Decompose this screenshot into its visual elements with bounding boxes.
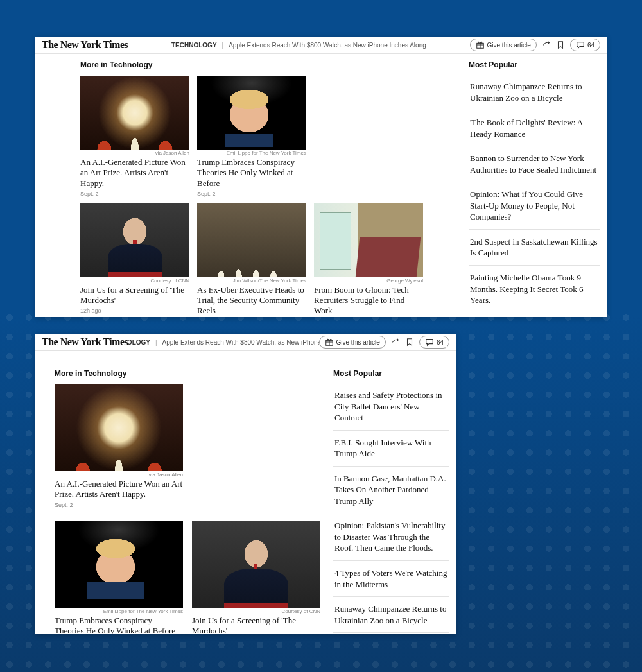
article-card[interactable]: Emil Lippe for The New York Times Trump … (55, 521, 183, 635)
thumbnail (197, 76, 306, 150)
photo-credit: Courtesy of CNN (192, 608, 320, 614)
popular-item[interactable]: 2nd Suspect in Saskatchewan Killings Is … (469, 229, 600, 265)
article-card[interactable]: via Jason Allen An A.I.-Generated Pictur… (55, 384, 183, 508)
divider: | (222, 42, 224, 49)
article-card[interactable]: George Wylesol From Boom to Gloom: Tech … (314, 203, 423, 317)
topbar-actions: Give this article 64 (470, 39, 600, 51)
main-column: More in Technology via Jason Allen An A.… (42, 351, 327, 634)
article-card[interactable]: Courtesy of CNN Join Us for a Screening … (192, 521, 320, 635)
thumbnail (80, 76, 189, 150)
section-tag[interactable]: TECHNOLOGY (128, 339, 150, 346)
give-article-button[interactable]: Give this article (470, 39, 537, 51)
popular-item[interactable]: I Broke My Knee, Which Fractured My Marr… (333, 632, 449, 634)
article-card[interactable]: Jim Wilson/The New York Times As Ex-Uber… (197, 203, 306, 317)
section-heading: More in Technology (80, 60, 456, 69)
popular-item[interactable]: Opinion: Pakistan's Vulnerability to Dis… (333, 513, 449, 560)
brand-logo[interactable]: The New York Times (42, 336, 128, 348)
popular-item[interactable]: Opinion: What if You Could Give Start-Up… (469, 182, 600, 229)
share-button[interactable] (542, 40, 551, 49)
bookmark-button[interactable] (556, 40, 565, 49)
popular-item[interactable]: Painting Michelle Obama Took 9 Months. K… (469, 265, 600, 313)
comments-button[interactable]: 64 (419, 336, 449, 349)
comment-count: 64 (437, 339, 444, 346)
card-title: An A.I.-Generated Picture Won an Art Pri… (80, 157, 189, 189)
thumbnail (314, 203, 423, 277)
card-timestamp: 12h ago (80, 307, 189, 314)
popular-item[interactable]: F.B.I. Sought Interview With Trump Aide (333, 430, 449, 466)
popular-item[interactable]: Runaway Chimpanzee Returns to Ukrainian … (333, 596, 449, 632)
brand-logo[interactable]: The New York Times (42, 39, 128, 51)
photo-credit: Courtesy of CNN (80, 278, 189, 284)
thumbnail (55, 384, 183, 471)
popular-item[interactable]: 'The Book of Delights' Review: A Heady R… (469, 110, 600, 146)
topbar: The New York Times TECHNOLOGY | Apple Ex… (35, 37, 607, 54)
card-timestamp: Sept. 2 (80, 191, 189, 197)
article-grid: via Jason Allen An A.I.-Generated Pictur… (55, 384, 320, 634)
popular-item[interactable]: Raises and Safety Protections in City Ba… (333, 384, 449, 430)
give-label: Give this article (487, 42, 531, 49)
topbar: The New York Times TECHNOLOGY | Apple Ex… (35, 334, 456, 351)
card-title: Trump Embraces Conspiracy Theories He On… (197, 157, 306, 189)
article-card[interactable]: Courtesy of CNN Join Us for a Screening … (80, 203, 189, 317)
card-title: From Boom to Gloom: Tech Recruiters Stru… (314, 285, 423, 316)
gift-icon (325, 338, 334, 347)
topbar-headline: TECHNOLOGY | Apple Extends Reach With $8… (128, 42, 469, 49)
article-card[interactable]: Emil Lippe for The New York Times Trump … (197, 76, 306, 197)
sidebar: Most Popular Runaway Chimpanzee Returns … (462, 54, 600, 317)
topbar-headline: TECHNOLOGY | Apple Extends Reach With $8… (128, 339, 318, 346)
give-label: Give this article (336, 339, 380, 346)
card-title: Join Us for a Screening of 'The Murdochs… (192, 616, 320, 635)
screenshot-narrow: The New York Times TECHNOLOGY | Apple Ex… (35, 334, 456, 634)
article-grid: via Jason Allen An A.I.-Generated Pictur… (80, 76, 456, 317)
popular-item[interactable]: From Start to Finish, Venus and Serena W… (469, 313, 600, 317)
divider: | (155, 339, 157, 346)
popular-item[interactable]: Bannon to Surrender to New York Authorit… (469, 146, 600, 182)
popular-list: Runaway Chimpanzee Returns to Ukrainian … (469, 76, 600, 317)
bookmark-button[interactable] (405, 338, 414, 347)
thumbnail (55, 521, 183, 608)
comment-count: 64 (587, 42, 594, 49)
sidebar: Most Popular Raises and Safety Protectio… (327, 351, 449, 634)
popular-heading: Most Popular (469, 60, 600, 69)
thumbnail (192, 521, 320, 608)
card-timestamp: Sept. 2 (197, 191, 306, 197)
photo-credit: Emil Lippe for The New York Times (197, 150, 306, 156)
main-column: More in Technology via Jason Allen An A.… (42, 54, 462, 317)
current-article-title[interactable]: Apple Extends Reach With $800 Watch, as … (229, 42, 426, 49)
popular-heading: Most Popular (333, 369, 449, 378)
card-title: Trump Embraces Conspiracy Theories He On… (55, 616, 183, 635)
photo-credit: via Jason Allen (80, 150, 189, 156)
thumbnail (197, 203, 306, 277)
popular-item[interactable]: 4 Types of Voters We're Watching in the … (333, 560, 449, 596)
popular-item[interactable]: Runaway Chimpanzee Returns to Ukrainian … (469, 76, 600, 110)
popular-list: Raises and Safety Protections in City Ba… (333, 384, 449, 634)
popular-item[interactable]: In Bannon Case, Manhattan D.A. Takes On … (333, 466, 449, 513)
section-tag[interactable]: TECHNOLOGY (171, 42, 217, 49)
photo-credit: Emil Lippe for The New York Times (55, 608, 183, 614)
comments-button[interactable]: 64 (570, 39, 600, 51)
current-article-title[interactable]: Apple Extends Reach With $800 Watch, as … (162, 339, 319, 346)
gift-icon (476, 40, 485, 49)
thumbnail (80, 203, 189, 277)
comment-icon (576, 40, 585, 49)
photo-credit: via Jason Allen (55, 472, 183, 478)
card-timestamp: Sept. 2 (55, 502, 183, 508)
give-article-button[interactable]: Give this article (319, 336, 386, 349)
card-title: Join Us for a Screening of 'The Murdochs… (80, 285, 189, 306)
comment-icon (425, 338, 434, 347)
card-title: As Ex-Uber Executive Heads to Trial, the… (197, 285, 306, 316)
article-card[interactable]: via Jason Allen An A.I.-Generated Pictur… (80, 76, 189, 197)
card-title: An A.I.-Generated Picture Won an Art Pri… (55, 479, 183, 500)
section-heading: More in Technology (55, 369, 320, 378)
share-button[interactable] (391, 338, 400, 347)
photo-credit: Jim Wilson/The New York Times (197, 278, 306, 284)
photo-credit: George Wylesol (314, 278, 423, 284)
topbar-actions: Give this article 64 (319, 336, 449, 349)
screenshot-wide: The New York Times TECHNOLOGY | Apple Ex… (35, 37, 607, 317)
